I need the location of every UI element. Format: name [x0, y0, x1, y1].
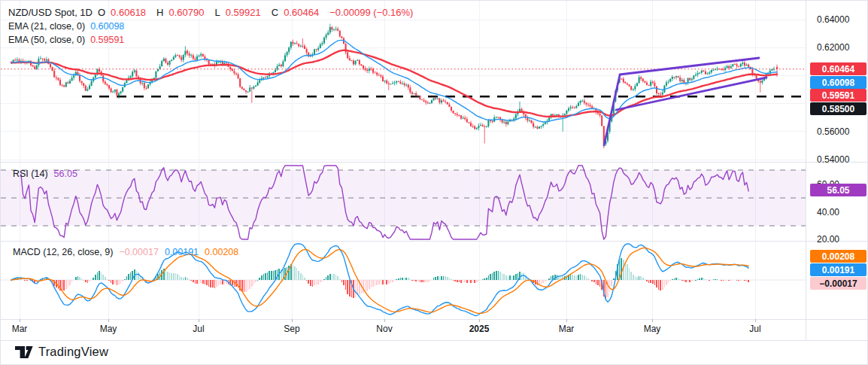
time-axis-label: Nov	[376, 324, 392, 334]
daily-change: −0.00099 (−0.16%)	[329, 7, 413, 18]
price-axis-label: 0.64000	[817, 14, 849, 25]
symbol-legend-row[interactable]: NZD/USD Spot, 1D O0.60618 H0.60790 L0.59…	[8, 7, 418, 18]
macd-signal-value: 0.00208	[205, 247, 238, 257]
time-axis-label: Jul	[749, 324, 760, 334]
macd-axis-badge: −0.00017	[810, 277, 866, 290]
ohlc-low: L0.59921	[215, 7, 266, 18]
price-chart-canvas[interactable]	[1, 1, 868, 341]
time-axis-label: Mar	[559, 324, 575, 334]
ema50-legend-row[interactable]: EMA (50, close, 0) 0.59591	[8, 35, 129, 45]
tradingview-wordmark: TradingView	[38, 345, 108, 359]
rsi-legend-row[interactable]: RSI (14) 56.05	[13, 169, 83, 179]
macd-line-value: 0.00191	[165, 247, 199, 257]
time-axis-label: May	[644, 324, 661, 334]
tradingview-chart-window: NZD/USD Spot, 1D O0.60618 H0.60790 L0.59…	[0, 0, 868, 365]
time-axis-label: Mar	[12, 324, 28, 334]
macd-label: MACD (12, 26, close, 9)	[13, 247, 113, 257]
price-axis-label: 0.54000	[817, 154, 849, 165]
tradingview-logo[interactable]: TradingView	[15, 345, 108, 359]
ohlc-high: H0.60790	[156, 7, 209, 18]
macd-hist-value: −0.00017	[119, 247, 158, 257]
macd-histogram	[11, 258, 749, 299]
symbol-title: NZD/USD Spot, 1D	[8, 7, 93, 18]
ema50-value: 0.59591	[90, 35, 124, 45]
ema21-label: EMA (21, close, 0)	[8, 21, 85, 32]
grid	[1, 1, 806, 319]
macd-axis-badge: 0.00191	[810, 263, 866, 276]
ema50-label: EMA (50, close, 0)	[8, 35, 85, 45]
ema50-line	[11, 50, 777, 117]
ema21-legend-row[interactable]: EMA (21, close, 0) 0.60098	[8, 21, 129, 32]
rsi-axis-label: 40.00	[817, 207, 839, 217]
time-axis-label: Sep	[284, 324, 299, 334]
price-axis-badge: 0.60098	[810, 76, 866, 89]
price-axis-label: 0.56000	[817, 126, 849, 137]
time-axis-label: May	[100, 324, 117, 334]
time-axis-label: 2025	[469, 324, 490, 334]
ohlc-open: O0.60618	[98, 7, 151, 18]
macd-legend-row[interactable]: MACD (12, 26, close, 9) −0.00017 0.00191…	[13, 247, 244, 257]
price-axis-badge: 0.59591	[810, 89, 866, 102]
rsi-axis-label: 20.00	[817, 234, 839, 245]
macd-signal-line	[11, 248, 748, 313]
ema21-value: 0.60098	[90, 21, 124, 32]
ohlc-close: C0.60464	[272, 7, 324, 18]
tradingview-mark-icon	[15, 345, 33, 359]
time-axis-label: Jul	[193, 324, 204, 334]
rsi-value: 56.05	[54, 169, 77, 179]
price-axis-badge: 0.60464	[810, 62, 866, 75]
rsi-axis-badge: 56.05	[810, 184, 866, 196]
macd-axis-badge: 0.00208	[810, 250, 866, 263]
rsi-label: RSI (14)	[13, 169, 48, 179]
price-axis-label: 0.62000	[817, 42, 849, 53]
price-axis-badge: 0.58500	[810, 102, 866, 115]
